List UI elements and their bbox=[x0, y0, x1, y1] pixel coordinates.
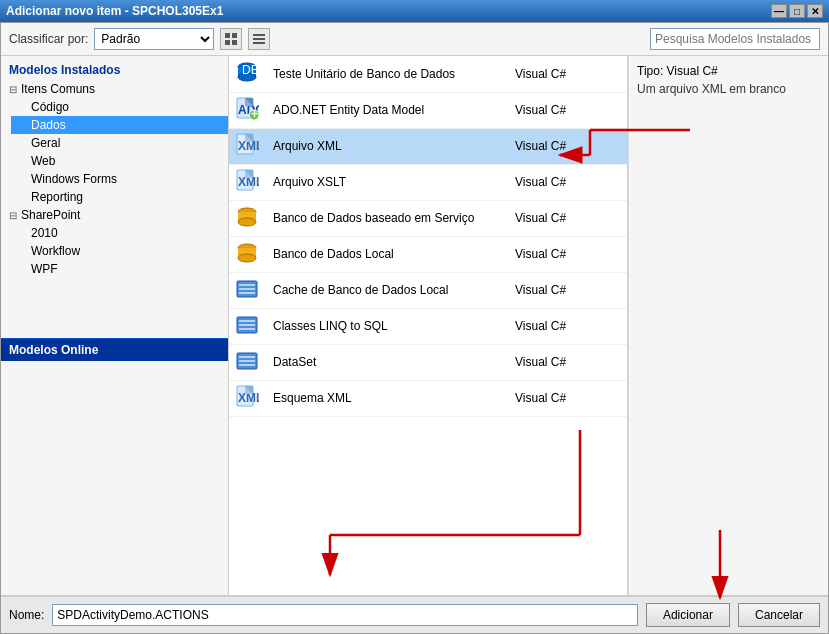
sidebar-item-label: SharePoint bbox=[21, 208, 80, 222]
table-row[interactable]: Cache de Banco de Dados Local Visual C# bbox=[229, 272, 627, 308]
file-icon-dataset bbox=[235, 362, 259, 376]
sidebar-item-codigo[interactable]: Código bbox=[11, 98, 228, 116]
file-icon-cell bbox=[229, 344, 265, 380]
maximize-button[interactable]: □ bbox=[789, 4, 805, 18]
sidebar-item-windows-forms[interactable]: Windows Forms bbox=[11, 170, 228, 188]
file-type-cell: Visual C# bbox=[507, 92, 627, 128]
sidebar-item-dados[interactable]: Dados bbox=[11, 116, 228, 134]
svg-text:+: + bbox=[251, 107, 258, 121]
svg-rect-2 bbox=[225, 40, 230, 45]
sidebar-item-2010[interactable]: 2010 bbox=[11, 224, 228, 242]
sort-label: Classificar por: bbox=[9, 32, 88, 46]
table-row[interactable]: XML Arquivo XML Visual C# bbox=[229, 128, 627, 164]
svg-rect-36 bbox=[239, 320, 255, 322]
file-name-cell: Teste Unitário de Banco de Dados bbox=[265, 56, 507, 92]
file-type-cell: Visual C# bbox=[507, 308, 627, 344]
file-name-cell: ADO.NET Entity Data Model bbox=[265, 92, 507, 128]
file-type-cell: Visual C# bbox=[507, 236, 627, 272]
sidebar-item-reporting[interactable]: Reporting bbox=[11, 188, 228, 206]
content-area: Modelos Instalados ⊟ Itens Comuns Código… bbox=[1, 56, 828, 595]
file-icon-cell bbox=[229, 200, 265, 236]
file-icon-dbservice bbox=[235, 218, 259, 232]
file-name-cell: Banco de Dados Local bbox=[265, 236, 507, 272]
dialog: Classificar por: Padrão Nome Tipo Modelo… bbox=[0, 22, 829, 634]
sidebar-item-web[interactable]: Web bbox=[11, 152, 228, 170]
file-icon-xml: XML bbox=[235, 146, 259, 160]
file-name-cell: Arquivo XSLT bbox=[265, 164, 507, 200]
sidebar-item-wpf[interactable]: WPF bbox=[11, 260, 228, 278]
svg-rect-38 bbox=[239, 328, 255, 330]
name-label: Nome: bbox=[9, 608, 44, 622]
sidebar-item-workflow[interactable]: Workflow bbox=[11, 242, 228, 260]
view-btn-1[interactable] bbox=[220, 28, 242, 50]
file-icon-xslt: XML bbox=[235, 182, 259, 196]
file-icon-cell: ADO + bbox=[229, 92, 265, 128]
dialog-title: Adicionar novo item - SPCHOL305Ex1 bbox=[6, 4, 223, 18]
sidebar-section-label: Modelos Instalados bbox=[1, 60, 228, 80]
table-row[interactable]: Banco de Dados Local Visual C# bbox=[229, 236, 627, 272]
svg-text:DB: DB bbox=[242, 63, 259, 77]
table-row[interactable]: ADO + ADO.NET Entity Data Model Visual C… bbox=[229, 92, 627, 128]
info-type: Tipo: Visual C# bbox=[637, 64, 820, 78]
svg-point-27 bbox=[238, 218, 256, 226]
sidebar-item-sharepoint[interactable]: ⊟ SharePoint bbox=[1, 206, 228, 224]
svg-rect-1 bbox=[232, 33, 237, 38]
file-icon-cache bbox=[235, 290, 259, 304]
file-icon-cell bbox=[229, 272, 265, 308]
name-input[interactable] bbox=[52, 604, 638, 626]
file-list-area: DB Teste Unitário de Banco de Dados Visu… bbox=[229, 56, 628, 595]
svg-rect-42 bbox=[239, 364, 255, 366]
file-type-cell: Visual C# bbox=[507, 380, 627, 416]
add-button[interactable]: Adicionar bbox=[646, 603, 730, 627]
sort-select[interactable]: Padrão Nome Tipo bbox=[94, 28, 214, 50]
bottom-bar: Nome: Adicionar Cancelar bbox=[1, 595, 828, 633]
svg-point-30 bbox=[238, 254, 256, 262]
svg-rect-5 bbox=[253, 38, 265, 40]
sidebar-item-label: Itens Comuns bbox=[21, 82, 95, 96]
file-icon-dblocal bbox=[235, 254, 259, 268]
file-name-cell: Banco de Dados baseado em Serviço bbox=[265, 200, 507, 236]
table-row[interactable]: XML Esquema XML Visual C# bbox=[229, 380, 627, 416]
sidebar: Modelos Instalados ⊟ Itens Comuns Código… bbox=[1, 56, 229, 595]
type-label: Tipo: bbox=[637, 64, 663, 78]
svg-rect-34 bbox=[239, 292, 255, 294]
view-btn-2[interactable] bbox=[248, 28, 270, 50]
sidebar-item-geral[interactable]: Geral bbox=[11, 134, 228, 152]
file-name-cell: Esquema XML bbox=[265, 380, 507, 416]
file-name-cell: Classes LINQ to SQL bbox=[265, 308, 507, 344]
close-button[interactable]: ✕ bbox=[807, 4, 823, 18]
sidebar-group-itens-comuns: Código Dados Geral Web Windows Forms Rep… bbox=[11, 98, 228, 206]
file-icon-db-test: DB bbox=[235, 73, 259, 87]
svg-rect-41 bbox=[239, 360, 255, 362]
file-icon-schema: XML bbox=[235, 398, 259, 412]
window-controls: — □ ✕ bbox=[771, 4, 823, 18]
file-icon-ado: ADO + bbox=[235, 110, 259, 124]
sidebar-item-itens-comuns[interactable]: ⊟ Itens Comuns bbox=[1, 80, 228, 98]
sidebar-group-sharepoint: 2010 Workflow WPF bbox=[11, 224, 228, 278]
file-icon-cell: DB bbox=[229, 56, 265, 92]
table-row[interactable]: Classes LINQ to SQL Visual C# bbox=[229, 308, 627, 344]
table-row[interactable]: XML Arquivo XSLT Visual C# bbox=[229, 164, 627, 200]
file-name-cell: Cache de Banco de Dados Local bbox=[265, 272, 507, 308]
table-row[interactable]: DB Teste Unitário de Banco de Dados Visu… bbox=[229, 56, 627, 92]
minimize-button[interactable]: — bbox=[771, 4, 787, 18]
title-bar: Adicionar novo item - SPCHOL305Ex1 — □ ✕ bbox=[0, 0, 829, 22]
svg-rect-4 bbox=[253, 34, 265, 36]
sidebar-footer[interactable]: Modelos Online bbox=[1, 338, 228, 361]
svg-rect-6 bbox=[253, 42, 265, 44]
table-row[interactable]: DataSet Visual C# bbox=[229, 344, 627, 380]
table-row[interactable]: Banco de Dados baseado em Serviço Visual… bbox=[229, 200, 627, 236]
file-list-table: DB Teste Unitário de Banco de Dados Visu… bbox=[229, 56, 627, 417]
file-type-cell: Visual C# bbox=[507, 56, 627, 92]
info-description: Um arquivo XML em branco bbox=[637, 82, 820, 96]
file-icon-cell: XML bbox=[229, 380, 265, 416]
cancel-button[interactable]: Cancelar bbox=[738, 603, 820, 627]
file-icon-cell bbox=[229, 236, 265, 272]
file-type-cell: Visual C# bbox=[507, 164, 627, 200]
file-icon-cell: XML bbox=[229, 128, 265, 164]
file-icon-cell bbox=[229, 308, 265, 344]
search-input[interactable] bbox=[650, 28, 820, 50]
toolbar: Classificar por: Padrão Nome Tipo bbox=[1, 23, 828, 56]
svg-rect-37 bbox=[239, 324, 255, 326]
file-icon-linq bbox=[235, 326, 259, 340]
